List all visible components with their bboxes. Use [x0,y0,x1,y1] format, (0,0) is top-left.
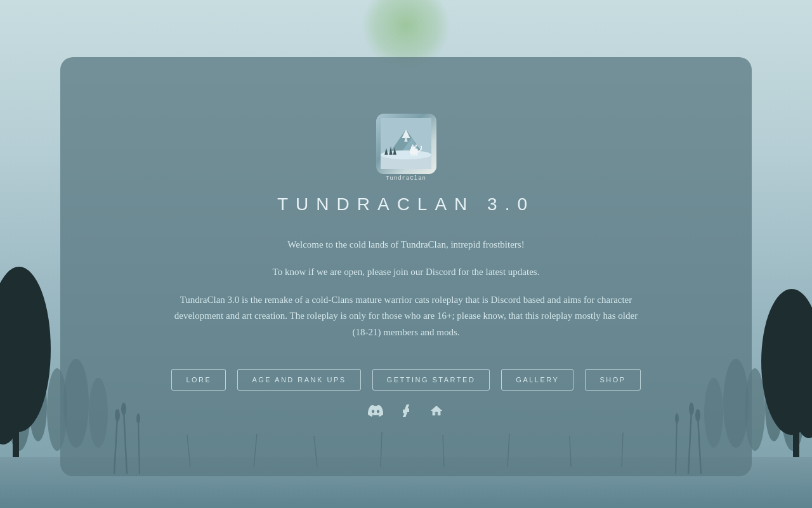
desc-line-3: TundraClan 3.0 is the remake of a cold-C… [168,292,644,341]
description-block: Welcome to the cold lands of TundraClan,… [168,237,644,341]
nav-age-rank-button[interactable]: AGE AND RANK UPS [237,369,360,391]
svg-rect-48 [414,153,415,156]
logo-container: TundraClan [376,114,436,182]
svg-point-42 [381,150,431,159]
nav-buttons: LORE AGE AND RANK UPS GETTING STARTED GA… [171,369,640,391]
logo-image [376,114,436,174]
svg-rect-49 [416,153,417,156]
nav-gallery-button[interactable]: GALLERY [501,369,573,391]
nav-shop-button[interactable]: SHOP [585,369,640,391]
svg-rect-44 [411,147,416,150]
svg-text:TH: TH [435,412,438,415]
desc-line-1: Welcome to the cold lands of TundraClan,… [168,237,644,253]
logo-label: TundraClan [376,175,436,182]
site-title: TUNDRACLAN 3.0 [277,194,535,215]
svg-rect-47 [411,153,412,156]
deviantart-icon[interactable] [397,402,415,420]
social-icons: TH [367,402,445,420]
toyhouse-icon[interactable]: TH [428,402,445,420]
main-card: TundraClan TUNDRACLAN 3.0 Welcome to the… [60,57,752,476]
desc-line-2: To know if we are open, please join our … [168,264,644,281]
nav-lore-button[interactable]: LORE [171,369,226,391]
nav-getting-started-button[interactable]: GETTING STARTED [372,369,490,391]
discord-icon[interactable] [367,402,384,420]
